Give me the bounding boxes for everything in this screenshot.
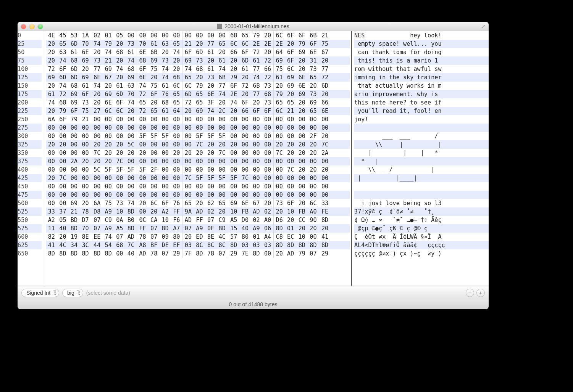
minimize-icon[interactable] [29, 24, 34, 29]
ascii-row[interactable]: imming in the sky trainer [354, 73, 489, 82]
hex-row[interactable]: 000000005C5F5F5F5F2F00000000000000000000… [46, 165, 350, 174]
offset-cell: 425 [18, 174, 42, 182]
hex-row[interactable]: 0000000000000000000000000000000000000000… [46, 124, 350, 132]
hex-row[interactable]: 4E45531A02010500000000000000000068657920… [46, 31, 350, 40]
ascii-row[interactable]: joy! [354, 115, 489, 124]
hex-row[interactable]: 00000000000000005F5F5F00005F5F5F00000000… [46, 132, 350, 140]
ascii-row[interactable]: çççççç @≠x ) çx )~ç ≠y ) [354, 249, 489, 258]
ascii-row[interactable]: * | [354, 157, 489, 165]
offset-cell: 650 [18, 249, 42, 258]
endian-select[interactable]: big ▴▾ [62, 289, 83, 297]
offset-cell: 625 [18, 241, 42, 249]
format-select[interactable]: Signed Int ▴▾ [21, 289, 59, 297]
ascii-row[interactable] [354, 124, 489, 132]
ascii-row[interactable]: \\ | | [354, 140, 489, 149]
hex-column[interactable]: 4E45531A02010500000000000000000068657920… [44, 31, 352, 286]
hex-row[interactable]: 000069206A757374206C6F7665206265696E6720… [46, 199, 350, 207]
offset-cell: 300 [18, 132, 42, 140]
hex-editor-window: 2000-01-01-Millennium.nes ⤢ 025507510012… [18, 22, 489, 309]
offset-cell: 400 [18, 165, 42, 174]
ascii-row[interactable]: this! this is a mario 1 [354, 56, 489, 65]
ascii-row[interactable]: can thank toma for doing [354, 48, 489, 56]
hex-row[interactable]: 0000000000000000000000000000000000000000… [46, 191, 350, 199]
hex-row[interactable]: 00002A2020207C00000000000000000000000000… [46, 157, 350, 165]
hex-row[interactable]: 8220198EEE7407AD7807098020ED8E4C578001A4… [46, 233, 350, 241]
ascii-row[interactable]: | | | * [354, 149, 489, 157]
ascii-row[interactable]: that actually works in m [354, 82, 489, 90]
hex-row[interactable]: 8D8D8D8D8D8D0040AD7807297F8D7807297E8D00… [46, 249, 350, 258]
ascii-row[interactable]: i just love being so l3 [354, 199, 489, 207]
hex-row[interactable]: 726F6D20776974686F7574207468617420617766… [46, 65, 350, 73]
ascii-row[interactable]: Ç éÓt ≠x Ä ÌéLWÄ §»Ï A [354, 233, 489, 241]
offset-cell: 475 [18, 191, 42, 199]
offset-cell: 600 [18, 233, 42, 241]
hex-row[interactable]: 207C000000000000000000007C5F5F5F5F7C0000… [46, 174, 350, 182]
hex-row[interactable]: 0000000000000000000000000000000000000000… [46, 182, 350, 191]
offset-cell: 450 [18, 182, 42, 191]
hex-row[interactable]: 6172696F20696D70726F76656D656E742E207768… [46, 90, 350, 98]
hex-row[interactable]: 20796F75276C6C20726561642069742C20666F6F… [46, 107, 350, 115]
ascii-row[interactable]: ¢ Ω◊ … ∞ ˆ≠˘ …●– †÷ Ãêç [354, 216, 489, 224]
close-icon[interactable] [21, 24, 26, 29]
document-icon [217, 24, 222, 29]
hex-row[interactable]: 414C343C4454687CA8BFDEEF038C8C8C8D030303… [46, 241, 350, 249]
offset-cell: 250 [18, 115, 42, 124]
hex-content[interactable]: 0255075100125150175200225250275300325350… [18, 31, 489, 286]
status-bar: 0 out of 41488 bytes [18, 299, 489, 309]
hex-row[interactable]: 33372178D8A9108D0020A2FF9AAD022010FBAD02… [46, 207, 350, 216]
window-controls [18, 24, 43, 29]
offset-cell: 100 [18, 65, 42, 73]
offset-cell: 375 [18, 157, 42, 165]
offset-cell: 575 [18, 224, 42, 233]
ascii-row[interactable]: \\____/ | [354, 165, 489, 174]
ascii-row[interactable]: this note here? to see if [354, 98, 489, 107]
hex-row[interactable]: 202000002020205C00000000007C202020000000… [46, 140, 350, 149]
offset-cell: 200 [18, 98, 42, 107]
hex-row[interactable]: 20656D707479207370616365212077656C6C2E2E… [46, 40, 350, 48]
format-select-label: Signed Int [26, 290, 50, 296]
hex-row[interactable]: 000000007C202020200000202020207C00000000… [46, 149, 350, 157]
zoom-in-button[interactable]: + [476, 289, 485, 297]
ascii-row[interactable]: you'll read it, fool! en [354, 107, 489, 115]
hex-row[interactable]: 20746869732120746869732069732061206D6172… [46, 56, 350, 65]
zoom-icon[interactable] [38, 24, 43, 29]
hex-row[interactable]: 20746861742061637475616C6C7920776F726B73… [46, 82, 350, 90]
ascii-row[interactable]: empty space! well... you [354, 40, 489, 48]
hex-row[interactable]: 11408D7007A9A58DFF078DA707A90F8D1540A906… [46, 224, 350, 233]
footer-toolbar: Signed Int ▴▾ big ▴▾ (select some data) … [18, 286, 489, 299]
hex-row[interactable]: A205BDD707C90AB00CCA10F6ADFF07C9A5D002A0… [46, 216, 350, 224]
ascii-row[interactable]: rom without that awful sw [354, 65, 489, 73]
status-text: 0 out of 41488 bytes [229, 301, 278, 307]
ascii-row[interactable]: ___ ___ / [354, 132, 489, 140]
window-title: 2000-01-01-Millennium.nes [224, 23, 289, 29]
offset-cell: 550 [18, 216, 42, 224]
selection-hint: (select some data) [86, 290, 130, 296]
ascii-row[interactable]: AL4<DThl®øfiÔ ååå¢ ççççç [354, 241, 489, 249]
hex-row[interactable]: 696D6D696E6720696E2074686520736B79207472… [46, 73, 350, 82]
offset-cell: 325 [18, 140, 42, 149]
offset-cell: 75 [18, 56, 42, 65]
offset-cell: 50 [18, 48, 42, 56]
fullscreen-icon[interactable]: ⤢ [481, 23, 486, 29]
ascii-row[interactable] [354, 191, 489, 199]
offset-cell: 500 [18, 199, 42, 207]
offset-cell: 25 [18, 40, 42, 48]
ascii-row[interactable]: | |____| [354, 174, 489, 182]
offset-cell: 525 [18, 207, 42, 216]
titlebar[interactable]: 2000-01-01-Millennium.nes ⤢ [18, 22, 489, 31]
ascii-row[interactable]: NES hey look! [354, 31, 489, 40]
offset-cell: 125 [18, 73, 42, 82]
ascii-row[interactable] [354, 182, 489, 191]
offset-cell: 350 [18, 149, 42, 157]
offset-cell: 275 [18, 124, 42, 132]
offset-gutter: 0255075100125150175200225250275300325350… [18, 31, 44, 286]
offset-cell: 150 [18, 82, 42, 90]
ascii-column[interactable]: NES hey look! empty space! well... you c… [352, 31, 489, 286]
hex-row[interactable]: 74686973206E6F746520686572653F20746F2073… [46, 98, 350, 107]
ascii-row[interactable]: @çp ©●ç˘ çß © ç @© ç [354, 224, 489, 233]
ascii-row[interactable]: ario improvement. why is [354, 90, 489, 98]
hex-row[interactable]: 2063616E207468616E6B20746F6D6120666F7220… [46, 48, 350, 56]
zoom-out-button[interactable]: − [466, 289, 474, 297]
hex-row[interactable]: 6A6F792100000000000000000000000000000000… [46, 115, 350, 124]
ascii-row[interactable]: 37!xÿ© ç ¢˘ö≠ ˚≠ ˚†˛ [354, 207, 489, 216]
